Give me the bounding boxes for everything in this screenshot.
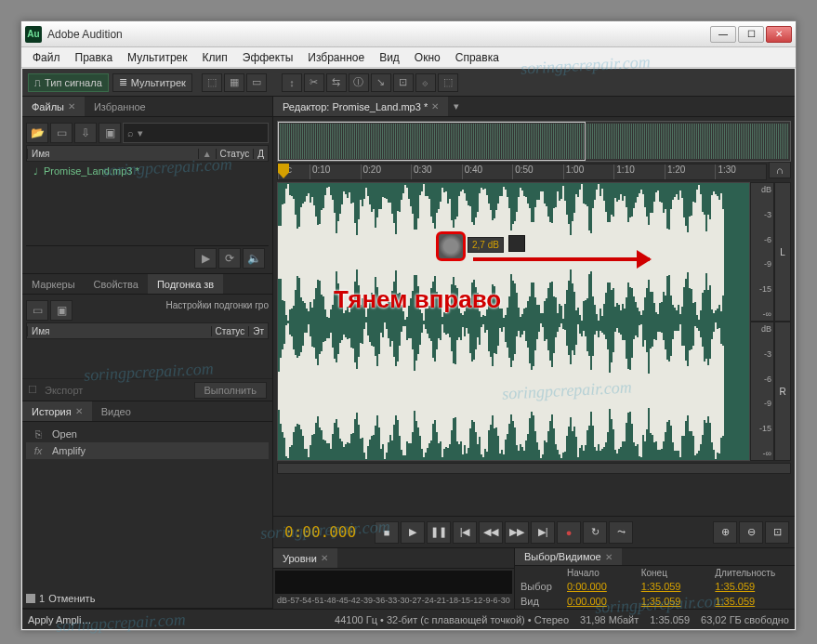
skip-selection-button[interactable]: ⤳ — [609, 521, 633, 544]
tab-selection-view[interactable]: Выбор/Видимое✕ — [515, 548, 622, 565]
razor-tool-icon[interactable]: ✂ — [304, 73, 324, 92]
menu-edit[interactable]: Правка — [68, 49, 121, 66]
status-operation: Apply Ampli… — [28, 614, 139, 625]
main-toolbar: ⎍ Тип сигнала ≣ Мультитрек ⬚ ▦ ▭ ↕ ✂ ⇆ Ⓘ… — [22, 69, 795, 97]
import-icon[interactable]: ⇩ — [74, 123, 97, 143]
menu-view[interactable]: Вид — [372, 49, 407, 66]
tab-video[interactable]: Видео — [92, 401, 140, 421]
channel-right-label[interactable]: R — [774, 322, 791, 461]
time-select-icon[interactable]: Ⓘ — [349, 73, 369, 92]
play-button[interactable]: ▶ — [401, 521, 425, 544]
horizontal-scrollbar[interactable] — [277, 463, 791, 474]
sel-start[interactable]: 0:00.000 — [567, 581, 641, 592]
multitrack-view-button[interactable]: ≣ Мультитрек — [112, 73, 192, 92]
toggle-hud-icon[interactable]: ⬚ — [202, 73, 222, 92]
tab-match-loudness[interactable]: Подгонка зв — [148, 274, 223, 294]
tab-files[interactable]: Файлы✕ — [22, 97, 85, 116]
timecode-display[interactable]: 0:00.000 — [279, 521, 362, 543]
view-start[interactable]: 0:00.000 — [567, 596, 641, 607]
menu-help[interactable]: Справка — [448, 49, 507, 66]
menu-favorites[interactable]: Избранное — [300, 49, 372, 66]
remove-icon[interactable]: ▣ — [50, 300, 72, 321]
undo-count: 1 — [39, 593, 45, 604]
menu-file[interactable]: Файл — [25, 49, 68, 66]
menu-window[interactable]: Окно — [407, 49, 448, 66]
transport-bar: 0:00.000 ■ ▶ ❚❚ |◀ ◀◀ ▶▶ ▶| ● ↻ ⤳ ⊕ — [273, 516, 795, 547]
minimize-button[interactable]: — — [710, 26, 736, 43]
preview-play-icon[interactable]: ▶ — [194, 248, 217, 269]
menu-clip[interactable]: Клип — [195, 49, 235, 66]
new-file-icon[interactable]: ▭ — [50, 123, 72, 143]
close-icon[interactable]: ✕ — [68, 101, 75, 112]
editor-tab[interactable]: Редактор: Promise_Land.mp3 *✕ — [273, 97, 448, 116]
history-item-amplify[interactable]: fxAmplify — [26, 442, 269, 459]
stop-button[interactable]: ■ — [375, 521, 399, 544]
brush-icon[interactable]: ⟐ — [415, 73, 436, 92]
sel-end[interactable]: 1:35.059 — [641, 581, 716, 592]
waveform-view-button[interactable]: ⎍ Тип сигнала — [28, 73, 109, 92]
dropdown-icon[interactable]: ▾ — [138, 127, 143, 139]
headphone-toggle-icon[interactable]: ∩ — [769, 162, 791, 178]
history-item-open[interactable]: ⎘Open — [26, 426, 269, 442]
channel-left-label[interactable]: L — [774, 182, 791, 322]
tab-favorites[interactable]: Избранное — [85, 97, 155, 116]
files-headers[interactable]: Имя ▲ Статус Д — [26, 145, 269, 162]
pause-button[interactable]: ❚❚ — [427, 521, 451, 544]
close-file-icon[interactable]: ▣ — [99, 123, 121, 143]
sel-dur[interactable]: 1:35.059 — [715, 581, 789, 592]
close-icon[interactable]: ✕ — [321, 553, 328, 563]
loop-button[interactable]: ↻ — [583, 521, 607, 544]
close-icon[interactable]: ✕ — [605, 552, 613, 562]
export-checkbox-label[interactable]: Экспорт — [45, 385, 83, 396]
zoom-out-button[interactable]: ⊖ — [739, 521, 763, 544]
menu-multitrack[interactable]: Мультитрек — [120, 49, 194, 66]
history-list: ⎘Open fxAmplify — [22, 422, 272, 589]
editor-tab-menu[interactable]: ▾ — [448, 97, 465, 116]
file-item[interactable]: Promise_Land.mp3 * — [26, 162, 269, 180]
db-scale-left: dB-3-6-9-15-∞ — [750, 182, 774, 322]
tab-history[interactable]: История✕ — [22, 401, 92, 421]
spot-heal-icon[interactable]: ⬚ — [438, 73, 458, 92]
undo-thumb-icon[interactable] — [26, 594, 35, 603]
titlebar[interactable]: Au Adobe Audition — ☐ ✕ — [21, 21, 796, 47]
forward-button[interactable]: ▶▶ — [505, 521, 529, 544]
overview-viewport[interactable] — [278, 122, 586, 161]
search-input[interactable]: ⌕▾ — [123, 123, 269, 143]
lasso-icon[interactable]: ⊡ — [393, 73, 414, 92]
close-icon[interactable]: ✕ — [75, 406, 83, 416]
view-end[interactable]: 1:35.059 — [641, 596, 716, 607]
add-icon[interactable]: ▭ — [26, 300, 48, 321]
go-end-button[interactable]: ▶| — [531, 521, 555, 544]
levels-meter[interactable] — [275, 571, 512, 594]
close-button[interactable]: ✕ — [766, 26, 792, 43]
preview-loop-icon[interactable]: ⟳ — [218, 248, 241, 269]
rewind-button[interactable]: ◀◀ — [479, 521, 503, 544]
overview-waveform[interactable] — [277, 121, 791, 162]
close-icon[interactable]: ✕ — [431, 101, 439, 112]
execute-button[interactable]: Выполнить — [194, 382, 267, 399]
multitrack-icon: ≣ — [119, 76, 127, 88]
open-file-icon[interactable]: 📂 — [26, 123, 48, 143]
zoom-in-button[interactable]: ⊕ — [713, 521, 737, 544]
time-ruler[interactable]: мс 0:10 0:20 0:30 0:40 0:50 1:00 1:10 1:… — [277, 164, 767, 180]
toggle-spectral-icon[interactable]: ▦ — [224, 73, 244, 92]
tab-markers[interactable]: Маркеры — [22, 274, 85, 294]
go-start-button[interactable]: |◀ — [453, 521, 477, 544]
waveform-canvas[interactable]: 2,7 dB Тянем вправо — [277, 182, 750, 461]
menu-effects[interactable]: Эффекты — [235, 49, 301, 66]
slip-tool-icon[interactable]: ⇆ — [326, 73, 347, 92]
view-dur[interactable]: 1:35.059 — [715, 596, 789, 607]
status-duration: 1:35.059 — [650, 614, 690, 625]
maximize-button[interactable]: ☐ — [738, 26, 764, 43]
preview-autoplay-icon[interactable]: 🔈 — [243, 248, 265, 269]
zoom-full-button[interactable]: ⊡ — [765, 521, 789, 544]
tab-properties[interactable]: Свойства — [85, 274, 148, 294]
files-list: Promise_Land.mp3 * — [26, 162, 269, 245]
tab-levels[interactable]: Уровни✕ — [273, 548, 337, 568]
marquee-icon[interactable]: ↘ — [371, 73, 391, 92]
app-logo-icon: Au — [25, 26, 42, 43]
move-tool-icon[interactable]: ↕ — [282, 73, 302, 92]
toggle-preview-icon[interactable]: ▭ — [246, 73, 267, 92]
trim-headers[interactable]: Имя Статус Эт — [26, 322, 269, 339]
record-button[interactable]: ● — [557, 521, 581, 544]
